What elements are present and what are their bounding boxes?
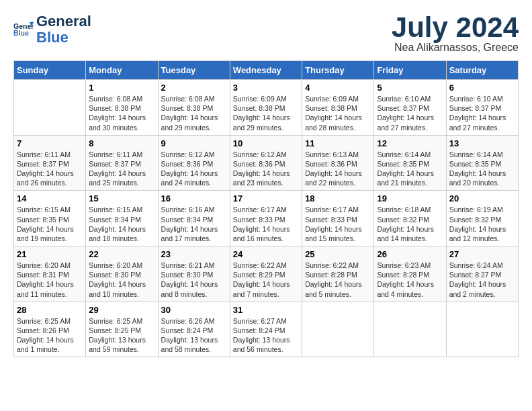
calendar-day-cell: 22Sunrise: 6:20 AM Sunset: 8:30 PM Dayli… — [86, 246, 158, 302]
day-number: 1 — [89, 83, 154, 93]
day-info: Sunrise: 6:15 AM Sunset: 8:34 PM Dayligh… — [89, 205, 154, 243]
calendar-day-cell: 27Sunrise: 6:24 AM Sunset: 8:27 PM Dayli… — [446, 246, 518, 302]
logo-icon: General Blue — [13, 19, 34, 40]
day-number: 21 — [17, 249, 83, 259]
calendar-day-cell: 7Sunrise: 6:11 AM Sunset: 8:37 PM Daylig… — [14, 135, 86, 191]
day-info: Sunrise: 6:23 AM Sunset: 8:28 PM Dayligh… — [377, 261, 443, 299]
day-number: 10 — [233, 138, 299, 148]
calendar-day-cell: 31Sunrise: 6:27 AM Sunset: 8:24 PM Dayli… — [230, 302, 302, 357]
day-number: 30 — [161, 305, 227, 315]
page-header: General Blue General Blue July 2024 Nea … — [13, 13, 519, 54]
calendar-day-cell: 29Sunrise: 6:25 AM Sunset: 8:25 PM Dayli… — [86, 302, 158, 357]
day-number: 20 — [449, 193, 515, 203]
calendar-day-cell: 25Sunrise: 6:22 AM Sunset: 8:28 PM Dayli… — [302, 246, 374, 302]
day-number: 4 — [305, 83, 371, 93]
day-number: 13 — [449, 138, 515, 148]
calendar-day-cell: 9Sunrise: 6:12 AM Sunset: 8:36 PM Daylig… — [158, 135, 230, 191]
header-saturday: Saturday — [446, 61, 518, 80]
logo-text-line2: Blue — [36, 30, 91, 46]
day-info: Sunrise: 6:27 AM Sunset: 8:24 PM Dayligh… — [233, 316, 299, 355]
day-info: Sunrise: 6:10 AM Sunset: 8:37 PM Dayligh… — [377, 94, 443, 132]
day-info: Sunrise: 6:11 AM Sunset: 8:37 PM Dayligh… — [89, 150, 154, 188]
day-info: Sunrise: 6:12 AM Sunset: 8:36 PM Dayligh… — [233, 150, 299, 188]
day-number: 5 — [377, 83, 443, 93]
calendar-day-cell: 11Sunrise: 6:13 AM Sunset: 8:36 PM Dayli… — [302, 135, 374, 191]
day-number: 28 — [17, 305, 83, 315]
calendar-day-cell: 30Sunrise: 6:26 AM Sunset: 8:24 PM Dayli… — [158, 302, 230, 357]
header-wednesday: Wednesday — [230, 61, 302, 80]
day-number: 16 — [161, 193, 227, 203]
calendar-day-cell: 23Sunrise: 6:21 AM Sunset: 8:30 PM Dayli… — [158, 246, 230, 302]
day-number: 29 — [89, 305, 154, 315]
day-number: 2 — [161, 83, 227, 93]
calendar-day-cell: 15Sunrise: 6:15 AM Sunset: 8:34 PM Dayli… — [86, 191, 158, 246]
day-number: 6 — [449, 83, 515, 93]
calendar-day-cell: 28Sunrise: 6:25 AM Sunset: 8:26 PM Dayli… — [14, 302, 86, 357]
calendar-day-cell: 26Sunrise: 6:23 AM Sunset: 8:28 PM Dayli… — [374, 246, 446, 302]
day-info: Sunrise: 6:09 AM Sunset: 8:38 PM Dayligh… — [233, 94, 299, 132]
day-info: Sunrise: 6:14 AM Sunset: 8:35 PM Dayligh… — [449, 150, 515, 188]
day-info: Sunrise: 6:12 AM Sunset: 8:36 PM Dayligh… — [161, 150, 227, 188]
svg-text:Blue: Blue — [13, 29, 29, 37]
header-friday: Friday — [374, 61, 446, 80]
day-info: Sunrise: 6:22 AM Sunset: 8:28 PM Dayligh… — [305, 261, 371, 299]
day-info: Sunrise: 6:25 AM Sunset: 8:25 PM Dayligh… — [89, 316, 154, 355]
day-number: 17 — [233, 193, 299, 203]
header-sunday: Sunday — [14, 61, 86, 80]
day-info: Sunrise: 6:08 AM Sunset: 8:38 PM Dayligh… — [89, 94, 154, 132]
calendar-week-row: 28Sunrise: 6:25 AM Sunset: 8:26 PM Dayli… — [14, 302, 519, 357]
location-subtitle: Nea Alikarnassos, Greece — [392, 42, 519, 54]
day-info: Sunrise: 6:08 AM Sunset: 8:38 PM Dayligh… — [161, 94, 227, 132]
calendar-week-row: 14Sunrise: 6:15 AM Sunset: 8:35 PM Dayli… — [14, 191, 519, 246]
calendar-week-row: 1Sunrise: 6:08 AM Sunset: 8:38 PM Daylig… — [14, 80, 519, 136]
header-monday: Monday — [86, 61, 158, 80]
calendar-day-cell: 21Sunrise: 6:20 AM Sunset: 8:31 PM Dayli… — [14, 246, 86, 302]
day-number: 25 — [305, 249, 371, 259]
calendar-day-cell: 3Sunrise: 6:09 AM Sunset: 8:38 PM Daylig… — [230, 80, 302, 136]
day-number: 27 — [449, 249, 515, 259]
calendar-day-cell: 12Sunrise: 6:14 AM Sunset: 8:35 PM Dayli… — [374, 135, 446, 191]
day-number: 26 — [377, 249, 443, 259]
calendar-day-cell: 20Sunrise: 6:19 AM Sunset: 8:32 PM Dayli… — [446, 191, 518, 246]
calendar-day-cell — [14, 80, 86, 136]
calendar-header-row: SundayMondayTuesdayWednesdayThursdayFrid… — [14, 61, 519, 80]
day-number: 19 — [377, 193, 443, 203]
calendar-day-cell: 6Sunrise: 6:10 AM Sunset: 8:37 PM Daylig… — [446, 80, 518, 136]
calendar-week-row: 7Sunrise: 6:11 AM Sunset: 8:37 PM Daylig… — [14, 135, 519, 191]
calendar-day-cell: 16Sunrise: 6:16 AM Sunset: 8:34 PM Dayli… — [158, 191, 230, 246]
calendar-day-cell — [302, 302, 374, 357]
calendar-day-cell — [374, 302, 446, 357]
calendar-day-cell: 17Sunrise: 6:17 AM Sunset: 8:33 PM Dayli… — [230, 191, 302, 246]
calendar-day-cell: 1Sunrise: 6:08 AM Sunset: 8:38 PM Daylig… — [86, 80, 158, 136]
day-number: 22 — [89, 249, 154, 259]
day-number: 23 — [161, 249, 227, 259]
day-info: Sunrise: 6:26 AM Sunset: 8:24 PM Dayligh… — [161, 316, 227, 355]
day-number: 9 — [161, 138, 227, 148]
day-number: 7 — [17, 138, 83, 148]
day-info: Sunrise: 6:22 AM Sunset: 8:29 PM Dayligh… — [233, 261, 299, 299]
day-info: Sunrise: 6:17 AM Sunset: 8:33 PM Dayligh… — [305, 205, 371, 243]
calendar-day-cell: 10Sunrise: 6:12 AM Sunset: 8:36 PM Dayli… — [230, 135, 302, 191]
day-info: Sunrise: 6:09 AM Sunset: 8:38 PM Dayligh… — [305, 94, 371, 132]
calendar-day-cell: 18Sunrise: 6:17 AM Sunset: 8:33 PM Dayli… — [302, 191, 374, 246]
header-thursday: Thursday — [302, 61, 374, 80]
day-number: 3 — [233, 83, 299, 93]
day-info: Sunrise: 6:25 AM Sunset: 8:26 PM Dayligh… — [17, 316, 83, 355]
calendar-day-cell: 2Sunrise: 6:08 AM Sunset: 8:38 PM Daylig… — [158, 80, 230, 136]
calendar-day-cell — [446, 302, 518, 357]
calendar-day-cell: 19Sunrise: 6:18 AM Sunset: 8:32 PM Dayli… — [374, 191, 446, 246]
logo-text-line1: General — [36, 13, 91, 30]
day-number: 24 — [233, 249, 299, 259]
calendar-day-cell: 14Sunrise: 6:15 AM Sunset: 8:35 PM Dayli… — [14, 191, 86, 246]
calendar-week-row: 21Sunrise: 6:20 AM Sunset: 8:31 PM Dayli… — [14, 246, 519, 302]
header-tuesday: Tuesday — [158, 61, 230, 80]
calendar-day-cell: 5Sunrise: 6:10 AM Sunset: 8:37 PM Daylig… — [374, 80, 446, 136]
day-info: Sunrise: 6:24 AM Sunset: 8:27 PM Dayligh… — [449, 261, 515, 299]
calendar-day-cell: 8Sunrise: 6:11 AM Sunset: 8:37 PM Daylig… — [86, 135, 158, 191]
title-block: July 2024 Nea Alikarnassos, Greece — [392, 13, 519, 54]
day-number: 18 — [305, 193, 371, 203]
day-info: Sunrise: 6:13 AM Sunset: 8:36 PM Dayligh… — [305, 150, 371, 188]
day-info: Sunrise: 6:17 AM Sunset: 8:33 PM Dayligh… — [233, 205, 299, 243]
day-info: Sunrise: 6:19 AM Sunset: 8:32 PM Dayligh… — [449, 205, 515, 243]
day-info: Sunrise: 6:15 AM Sunset: 8:35 PM Dayligh… — [17, 205, 83, 243]
